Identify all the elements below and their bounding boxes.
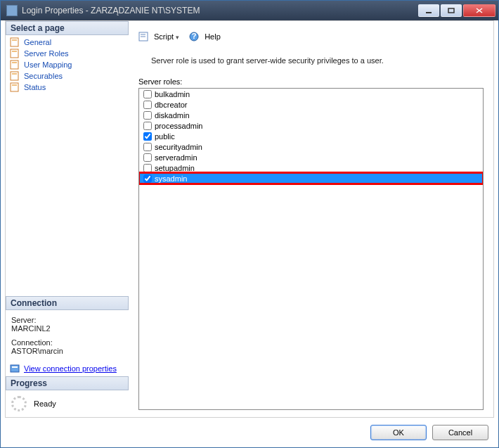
dialog-footer: OK Cancel [1, 418, 498, 447]
server-role-item[interactable]: diskadmin [139, 110, 483, 120]
connection-label: Connection: [11, 338, 123, 347]
server-roles-list[interactable]: bulkadmindbcreatordiskadminprocessadminp… [138, 88, 484, 410]
connection-panel: Server: MARCINL2 Connection: ASTOR\marci… [6, 310, 129, 361]
server-role-item[interactable]: serveradmin [139, 152, 483, 162]
page-icon [10, 49, 21, 58]
sidebar-spacer [6, 94, 129, 296]
window-buttons [418, 4, 495, 17]
svg-rect-5 [12, 39, 17, 41]
progress-spinner-icon [11, 396, 27, 411]
server-role-checkbox[interactable] [143, 111, 152, 120]
svg-rect-10 [11, 72, 18, 80]
server-role-checkbox[interactable] [143, 153, 152, 162]
toolbar: Script ? Help [138, 28, 484, 45]
close-button[interactable] [463, 4, 495, 17]
sidebar-page-label: Securables [24, 72, 63, 80]
svg-rect-12 [11, 83, 18, 91]
svg-rect-7 [12, 51, 17, 52]
minimize-button[interactable] [418, 4, 439, 17]
svg-rect-9 [12, 62, 17, 63]
server-role-item[interactable]: setupadmin [139, 162, 483, 173]
svg-rect-15 [12, 366, 18, 368]
progress-status: Ready [34, 399, 56, 408]
server-role-checkbox[interactable] [143, 143, 152, 151]
server-role-checkbox[interactable] [143, 164, 152, 172]
select-page-header: Select a page [6, 21, 129, 35]
sidebar-page-item[interactable]: User Mapping [8, 59, 126, 70]
server-role-label: serveradmin [155, 153, 197, 162]
server-role-label: sysadmin [155, 174, 187, 183]
sidebar-page-item[interactable]: Server Roles [8, 48, 126, 59]
sidebar-page-label: Server Roles [24, 49, 69, 58]
view-connection-properties-link[interactable]: View connection properties [24, 364, 117, 373]
titlebar[interactable]: Login Properties - ZARZĄDZANIE NT\SYSTEM [1, 1, 498, 20]
server-role-label: setupadmin [155, 164, 195, 172]
server-role-item[interactable]: public [139, 131, 483, 141]
server-role-checkbox[interactable] [143, 101, 152, 109]
server-role-item[interactable]: dbcreator [139, 99, 483, 110]
connection-link-row: View connection properties [6, 361, 129, 376]
server-role-item[interactable]: bulkadmin [139, 89, 483, 99]
window-title: Login Properties - ZARZĄDZANIE NT\SYSTEM [20, 6, 418, 15]
server-role-label: public [155, 132, 175, 141]
svg-rect-1 [448, 8, 454, 13]
script-dropdown[interactable]: Script [154, 32, 179, 41]
sidebar-page-label: User Mapping [24, 60, 72, 69]
server-role-label: processadmin [155, 122, 202, 130]
sidebar-page-label: General [24, 38, 51, 46]
server-role-item[interactable]: processadmin [139, 120, 483, 131]
sidebar-page-item[interactable]: General [8, 37, 126, 48]
server-value: MARCINL2 [11, 324, 123, 333]
main-panel: Script ? Help Server role is used to gra… [129, 21, 493, 417]
page-list: GeneralServer RolesUser MappingSecurable… [6, 35, 129, 94]
help-icon: ? [189, 32, 200, 41]
close-icon [476, 8, 483, 13]
page-icon [10, 71, 21, 81]
progress-header: Progress [6, 376, 129, 390]
link-icon [10, 364, 21, 373]
server-role-checkbox[interactable] [143, 132, 152, 141]
sidebar-page-item[interactable]: Status [8, 82, 126, 93]
page-description: Server role is used to grant server-wide… [151, 56, 484, 65]
server-role-checkbox[interactable] [143, 90, 152, 98]
page-icon [10, 82, 21, 92]
sidebar-page-item[interactable]: Securables [8, 70, 126, 82]
cancel-button[interactable]: Cancel [432, 425, 488, 440]
server-roles-label: Server roles: [138, 77, 484, 86]
svg-rect-6 [11, 49, 18, 58]
sidebar: Select a page GeneralServer RolesUser Ma… [6, 21, 129, 417]
maximize-button[interactable] [441, 4, 462, 17]
server-role-label: securityadmin [155, 143, 202, 151]
script-icon [138, 32, 150, 41]
connection-value: ASTOR\marcin [11, 347, 123, 355]
dialog-window: Login Properties - ZARZĄDZANIE NT\SYSTEM… [0, 0, 499, 448]
maximize-icon [448, 8, 455, 13]
page-icon [10, 37, 21, 47]
server-role-item[interactable]: securityadmin [139, 141, 483, 152]
server-role-label: dbcreator [155, 101, 187, 109]
connection-header: Connection [6, 296, 129, 310]
ok-button[interactable]: OK [370, 425, 427, 440]
progress-panel: Ready [6, 390, 129, 417]
window-icon [6, 5, 18, 16]
page-icon [10, 60, 21, 70]
server-label: Server: [11, 316, 123, 324]
svg-rect-0 [426, 12, 432, 13]
server-role-item[interactable]: sysadmin [139, 173, 483, 184]
svg-rect-14 [11, 365, 19, 372]
svg-rect-13 [12, 84, 17, 86]
server-role-checkbox[interactable] [143, 122, 152, 130]
server-role-label: bulkadmin [155, 90, 190, 98]
svg-rect-4 [11, 38, 18, 46]
svg-rect-11 [12, 73, 17, 75]
help-button[interactable]: Help [205, 32, 221, 41]
server-role-label: diskadmin [155, 111, 190, 120]
svg-rect-8 [11, 60, 18, 69]
content-area: Select a page GeneralServer RolesUser Ma… [5, 20, 494, 418]
sidebar-page-label: Status [24, 83, 46, 91]
svg-text:?: ? [192, 32, 197, 40]
server-role-checkbox[interactable] [143, 174, 152, 183]
minimize-icon [425, 8, 432, 13]
